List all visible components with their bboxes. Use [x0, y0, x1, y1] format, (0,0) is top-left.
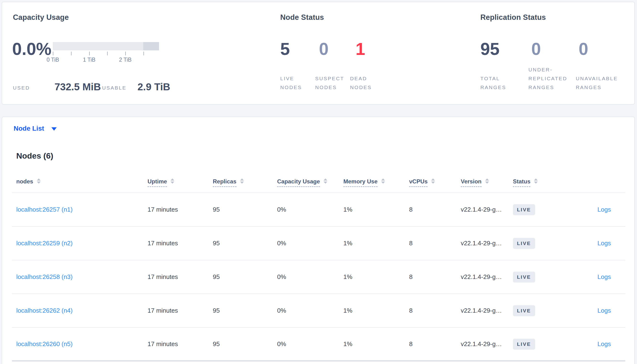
usable-label: USABLE	[102, 85, 127, 91]
usable-value: 2.9 TiB	[138, 81, 170, 93]
memory-use-cell: 1%	[343, 340, 409, 348]
logs-link[interactable]: Logs	[597, 206, 611, 213]
axis-tick	[71, 52, 72, 56]
capacity-axis	[53, 52, 159, 56]
unavailable-ranges-value: 0	[579, 40, 588, 58]
axis-tick	[89, 52, 90, 56]
used-value: 732.5 MiB	[55, 81, 101, 93]
cluster-summary-card: Capacity Usage 0.0% 0 TiB 1 TiB 2 TiB US…	[2, 2, 635, 104]
column-header-capacity-usage[interactable]: Capacity Usage	[277, 178, 343, 185]
axis-tick-label: 0 TiB	[42, 56, 64, 63]
memory-use-cell: 1%	[343, 206, 409, 213]
uptime-cell: 17 minutes	[148, 240, 213, 247]
node-status-title: Node Status	[280, 13, 324, 22]
vcpus-cell: 8	[409, 340, 461, 348]
under-replicated-ranges-value: 0	[531, 40, 541, 58]
nodes-table-title: Nodes (6)	[16, 151, 53, 160]
sort-icon	[240, 178, 244, 184]
view-selector-bar: Node List	[2, 116, 635, 140]
capacity-usage-cell: 0%	[277, 206, 343, 213]
column-header-uptime[interactable]: Uptime	[148, 178, 213, 185]
sort-icon	[534, 178, 538, 184]
sort-icon	[170, 178, 174, 184]
vcpus-cell: 8	[409, 307, 461, 314]
version-cell: v22.1.4-29-g…	[461, 273, 513, 281]
capacity-usage-cell: 0%	[277, 240, 343, 247]
nodes-table: nodes Uptime Replicas Capacity Usage Mem…	[12, 170, 625, 361]
column-header-memory-use[interactable]: Memory Use	[343, 178, 409, 185]
live-nodes-label: LIVE NODES	[280, 74, 302, 92]
node-link[interactable]: localhost:26260 (n5)	[16, 340, 73, 348]
replicas-cell: 95	[213, 240, 277, 247]
under-replicated-ranges-label: UNDER- REPLICATED RANGES	[528, 65, 567, 92]
table-row: localhost:26262 (n4) 17 minutes 95 0% 1%…	[12, 294, 625, 328]
memory-use-cell: 1%	[343, 240, 409, 247]
capacity-percent-value: 0.0%	[12, 40, 51, 58]
table-body: localhost:26257 (n1) 17 minutes 95 0% 1%…	[12, 193, 625, 361]
vcpus-cell: 8	[409, 273, 461, 281]
status-badge: LIVE	[513, 305, 535, 316]
table-row: localhost:26260 (n5) 17 minutes 95 0% 1%…	[12, 328, 625, 361]
status-badge: LIVE	[513, 204, 535, 215]
capacity-usage-cell: 0%	[277, 273, 343, 281]
vcpus-cell: 8	[409, 206, 461, 213]
status-badge: LIVE	[513, 272, 535, 282]
column-header-nodes[interactable]: nodes	[12, 178, 148, 185]
node-link[interactable]: localhost:26262 (n4)	[16, 307, 73, 314]
node-link[interactable]: localhost:26257 (n1)	[16, 206, 73, 213]
version-cell: v22.1.4-29-g…	[461, 206, 513, 213]
dead-nodes-value: 1	[356, 40, 365, 58]
chevron-down-icon	[51, 127, 57, 131]
replicas-cell: 95	[213, 206, 277, 213]
replicas-cell: 95	[213, 340, 277, 348]
table-header-row: nodes Uptime Replicas Capacity Usage Mem…	[12, 170, 625, 193]
axis-tick	[143, 52, 144, 56]
table-row: localhost:26258 (n3) 17 minutes 95 0% 1%…	[12, 260, 625, 294]
capacity-usage-bar	[53, 42, 159, 50]
version-cell: v22.1.4-29-g…	[461, 307, 513, 314]
unavailable-ranges-label: UNAVAILABLE RANGES	[576, 74, 618, 92]
replicas-cell: 95	[213, 307, 277, 314]
table-row: localhost:26257 (n1) 17 minutes 95 0% 1%…	[12, 193, 625, 227]
logs-link[interactable]: Logs	[597, 273, 611, 280]
column-header-version[interactable]: Version	[461, 178, 513, 185]
table-row: localhost:26259 (n2) 17 minutes 95 0% 1%…	[12, 227, 625, 260]
suspect-nodes-value: 0	[319, 40, 329, 58]
node-link[interactable]: localhost:26259 (n2)	[16, 240, 73, 247]
column-header-vcpus[interactable]: vCPUs	[409, 178, 461, 185]
suspect-nodes-label: SUSPECT NODES	[315, 74, 344, 92]
sort-icon	[431, 178, 435, 184]
axis-tick-label: 1 TiB	[78, 56, 100, 63]
uptime-cell: 17 minutes	[148, 340, 213, 348]
sort-icon	[324, 178, 327, 184]
axis-tick	[53, 52, 53, 56]
node-list-dropdown-label: Node List	[14, 125, 44, 132]
replicas-cell: 95	[213, 273, 277, 281]
column-header-status[interactable]: Status	[513, 178, 573, 185]
version-cell: v22.1.4-29-g…	[461, 240, 513, 247]
total-ranges-label: TOTAL RANGES	[480, 74, 506, 92]
capacity-usage-cell: 0%	[277, 307, 343, 314]
logs-link[interactable]: Logs	[597, 240, 611, 247]
capacity-usage-cell: 0%	[277, 340, 343, 348]
used-label: USED	[13, 85, 30, 91]
live-nodes-value: 5	[280, 40, 290, 58]
replication-status-title: Replication Status	[480, 13, 546, 22]
capacity-usage-title: Capacity Usage	[13, 13, 69, 22]
dead-nodes-label: DEAD NODES	[350, 74, 372, 92]
status-badge: LIVE	[513, 238, 535, 249]
sort-icon	[381, 178, 385, 184]
node-list-dropdown[interactable]: Node List	[14, 125, 57, 132]
column-header-replicas[interactable]: Replicas	[213, 178, 277, 185]
node-link[interactable]: localhost:26258 (n3)	[16, 273, 73, 280]
logs-link[interactable]: Logs	[597, 340, 611, 348]
logs-link[interactable]: Logs	[597, 307, 611, 314]
status-badge: LIVE	[513, 339, 535, 350]
axis-tick-label: 2 TiB	[115, 56, 136, 63]
axis-tick	[107, 52, 108, 56]
sort-icon	[37, 178, 41, 184]
uptime-cell: 17 minutes	[148, 307, 213, 314]
nodes-panel: Nodes (6) nodes Uptime Replicas Capacity…	[2, 140, 635, 364]
uptime-cell: 17 minutes	[148, 206, 213, 213]
sort-icon	[485, 178, 489, 184]
